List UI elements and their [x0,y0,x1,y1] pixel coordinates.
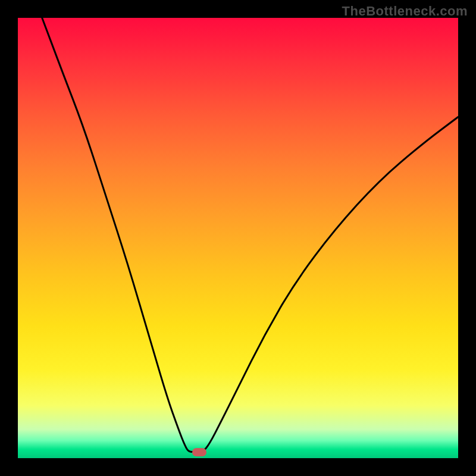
bottleneck-curve [18,18,458,458]
chart-frame: TheBottleneck.com [0,0,476,476]
optimum-marker [192,448,206,456]
watermark-text: TheBottleneck.com [342,4,468,19]
curve-path [42,18,458,452]
plot-area [18,18,458,458]
